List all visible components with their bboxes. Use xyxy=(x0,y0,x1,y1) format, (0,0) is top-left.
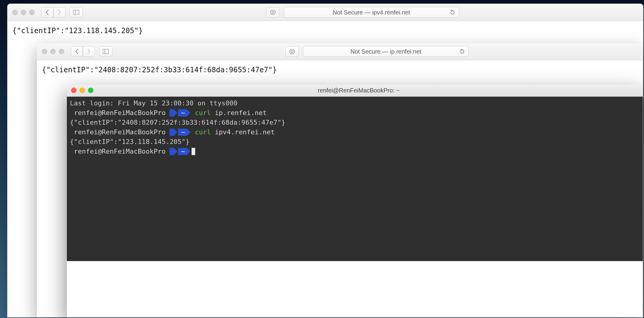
terminal-line-lastlogin: Last login: Fri May 15 23:00:30 on ttys0… xyxy=(70,98,640,108)
close-button[interactable] xyxy=(42,49,47,54)
svg-rect-0 xyxy=(73,10,79,15)
prompt-userhost xyxy=(70,108,74,118)
svg-rect-4 xyxy=(103,49,109,54)
sidebar-button[interactable] xyxy=(70,7,83,17)
reload-icon[interactable] xyxy=(459,49,465,54)
svg-point-6 xyxy=(290,49,295,54)
terminal-titlebar: renfei@RenFeiMacBookPro: ~ xyxy=(67,84,643,97)
back-button[interactable] xyxy=(71,46,83,57)
prompt-chevron-icon: ~ xyxy=(170,129,187,136)
zoom-button[interactable] xyxy=(88,88,93,93)
privacy-report-button[interactable] xyxy=(286,46,299,57)
page-body: {"clientIP":"2408:8207:252f:3b33:614f:68… xyxy=(37,60,642,80)
back-button[interactable] xyxy=(41,7,53,17)
svg-point-2 xyxy=(270,10,275,15)
terminal-prompt-line-1: renfei@RenFeiMacBookPro ~ curl ip.renfei… xyxy=(70,108,640,118)
terminal-prompt-line-3[interactable]: renfei@RenFeiMacBookPro ~ xyxy=(70,147,640,156)
minimize-button[interactable] xyxy=(21,10,26,15)
prompt-chevron-icon: ~ xyxy=(170,109,187,117)
terminal-window[interactable]: renfei@RenFeiMacBookPro: ~ Last login: F… xyxy=(67,84,643,318)
command-keyword: curl xyxy=(195,127,211,137)
privacy-report-button[interactable] xyxy=(266,7,280,17)
command-arg: ipv4.renfei.net xyxy=(215,127,275,137)
zoom-button[interactable] xyxy=(59,49,64,54)
cursor-icon xyxy=(192,148,195,155)
terminal-output-1: {"clientIP":"2408:8207:252f:3b33:614f:68… xyxy=(70,118,640,127)
address-bar[interactable]: Not Secure — ip.renfei.net xyxy=(303,46,468,57)
prompt-chevron-icon: ~ xyxy=(170,148,187,155)
terminal-body[interactable]: Last login: Fri May 15 23:00:30 on ttys0… xyxy=(67,97,643,261)
zoom-button[interactable] xyxy=(29,10,35,15)
svg-point-3 xyxy=(272,11,274,13)
command-keyword: curl xyxy=(195,108,211,118)
window-controls xyxy=(71,88,93,93)
sidebar-button[interactable] xyxy=(99,46,112,57)
reload-icon[interactable] xyxy=(450,10,455,15)
close-button[interactable] xyxy=(12,10,18,15)
nav-buttons xyxy=(71,46,95,57)
minimize-button[interactable] xyxy=(50,49,56,54)
svg-point-7 xyxy=(291,51,293,52)
terminal-output-2: {"clientIP":"123.118.145.205"} xyxy=(70,137,640,147)
forward-button[interactable] xyxy=(83,46,95,57)
safari-toolbar: Not Secure — ipv4.renfei.net xyxy=(8,4,643,21)
forward-button[interactable] xyxy=(53,7,65,17)
address-text: Not Secure — ip.renfei.net xyxy=(350,48,421,55)
terminal-prompt-line-2: renfei@RenFeiMacBookPro ~ curl ipv4.renf… xyxy=(70,127,640,137)
terminal-title: renfei@RenFeiMacBookPro: ~ xyxy=(99,87,619,94)
command-arg: ip.renfei.net xyxy=(215,108,267,118)
safari-toolbar: Not Secure — ip.renfei.net xyxy=(37,43,642,60)
page-body: {"clientIP":"123.118.145.205"} xyxy=(8,21,643,40)
nav-buttons xyxy=(41,7,65,17)
minimize-button[interactable] xyxy=(80,88,85,93)
window-controls xyxy=(42,49,64,54)
address-bar[interactable]: Not Secure — ipv4.renfei.net xyxy=(284,7,459,18)
close-button[interactable] xyxy=(71,88,77,93)
address-text: Not Secure — ipv4.renfei.net xyxy=(333,9,410,16)
window-controls xyxy=(12,10,35,15)
